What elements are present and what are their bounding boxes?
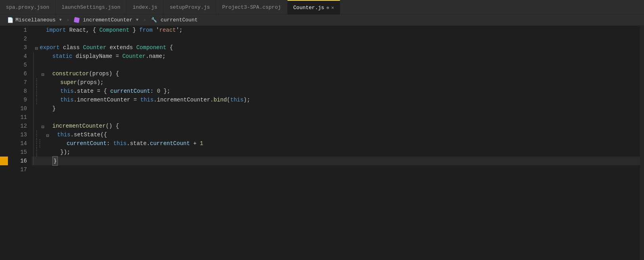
- gutter-arrow: [0, 26, 8, 260]
- line-num-14: 14: [8, 139, 27, 148]
- code-line-5: [32, 61, 640, 69]
- line-num-9: 9: [8, 96, 27, 104]
- gutter-line-2: [0, 34, 8, 43]
- code-line-9: this .incrementCounter = this .increment…: [32, 96, 640, 104]
- line-num-4: 4: [8, 52, 27, 61]
- gutter-line-11: [0, 113, 8, 122]
- collapse-3[interactable]: ⊟: [33, 44, 40, 51]
- gutter-line-1: [0, 26, 8, 34]
- code-line-3: ⊟ export class Counter extends Component…: [32, 43, 640, 52]
- tab-label: setupProxy.js: [170, 4, 210, 10]
- code-line-11: [32, 113, 640, 122]
- line-num-12: 12: [8, 122, 27, 130]
- line-num-3: 3: [8, 43, 27, 52]
- gutter-line-3: [0, 43, 8, 52]
- breadcrumb-bar: 📄 Miscellaneous ▼ › incrementCounter ▼ ›…: [0, 15, 644, 26]
- line-numbers: 1 2 3 4 5 6 7 8 9 10 11 12 13 14 15 16 1…: [8, 26, 32, 260]
- collapse-12[interactable]: ⊟: [40, 123, 46, 129]
- line-num-15: 15: [8, 148, 27, 157]
- tab-label: Project3-SPA.csproj: [222, 4, 281, 10]
- svg-marker-0: [1, 158, 7, 164]
- line-num-7: 7: [8, 78, 27, 87]
- tab-label: spa.proxy.json: [6, 4, 49, 10]
- code-line-12: ⊟ incrementCounter () {: [32, 122, 640, 130]
- line-num-6: 6: [8, 69, 27, 78]
- code-line-1: import React, { Component } from ' react…: [32, 26, 640, 34]
- tab-project3-spa[interactable]: Project3-SPA.csproj: [216, 0, 287, 14]
- scope-label: Miscellaneous: [15, 17, 56, 23]
- tab-setup-proxy[interactable]: setupProxy.js: [164, 0, 216, 14]
- code-line-7: super (props);: [32, 78, 640, 87]
- gutter-line-9: [0, 96, 8, 104]
- line-num-16: 16: [8, 157, 27, 165]
- line-num-11: 11: [8, 113, 27, 122]
- line-num-8: 8: [8, 87, 27, 96]
- code-line-10: }: [32, 104, 640, 113]
- current-line-arrow: [0, 157, 8, 165]
- wrench-icon: 🔧: [151, 17, 157, 23]
- breadcrumb-scope[interactable]: 📄 Miscellaneous ▼: [4, 17, 65, 23]
- collapse-13[interactable]: ⊟: [44, 132, 51, 138]
- gutter-line-4: [0, 52, 8, 61]
- pin-icon: ⊕: [327, 5, 330, 10]
- line-num-13: 13: [8, 130, 27, 139]
- line-num-10: 10: [8, 104, 27, 113]
- method-dropdown-icon[interactable]: ▼: [136, 18, 138, 22]
- gutter-line-13: [0, 130, 8, 139]
- code-line-6: ⊟ constructor (props) {: [32, 69, 640, 78]
- gutter-line-15: [0, 148, 8, 157]
- tab-label: index.js: [132, 4, 157, 10]
- cube-icon: [74, 17, 80, 23]
- code-editor[interactable]: import React, { Component } from ' react…: [32, 26, 640, 260]
- scrollbar[interactable]: [640, 26, 644, 260]
- breadcrumb-method[interactable]: incrementCounter ▼: [71, 17, 142, 23]
- code-line-16: }: [32, 157, 640, 165]
- tab-bar: spa.proxy.json launchSettings.json index…: [0, 0, 644, 15]
- gutter-line-6: [0, 69, 8, 78]
- breadcrumb-separator-1: ›: [66, 17, 69, 23]
- code-line-4: static displayName = Counter .name;: [32, 52, 640, 61]
- line-num-17: 17: [8, 165, 27, 174]
- scope-dropdown-icon[interactable]: ▼: [59, 18, 61, 22]
- gutter-line-8: [0, 87, 8, 96]
- code-line-14: currentCount : this .state. currentCount…: [32, 139, 640, 148]
- tab-label: launchSettings.json: [61, 4, 120, 10]
- file-icon: 📄: [7, 17, 13, 23]
- gutter-line-10: [0, 104, 8, 113]
- tab-index-js[interactable]: index.js: [126, 0, 163, 14]
- gutter-line-14: [0, 139, 8, 148]
- breadcrumb-property[interactable]: 🔧 currentCount: [148, 17, 201, 23]
- tab-launch-settings[interactable]: launchSettings.json: [56, 0, 126, 14]
- gutter-line-7: [0, 78, 8, 87]
- property-label: currentCount: [161, 17, 198, 23]
- line-num-5: 5: [8, 61, 27, 69]
- code-line-17: [32, 165, 640, 174]
- code-line-13: ⊟ this .setState({: [32, 130, 640, 139]
- tab-counter-js[interactable]: Counter.js ⊕ ✕: [288, 0, 341, 14]
- collapse-6[interactable]: ⊟: [40, 71, 46, 77]
- tab-spa-proxy[interactable]: spa.proxy.json: [0, 0, 56, 14]
- code-line-8: this .state = { currentCount : 0 };: [32, 87, 640, 96]
- line-num-1: 1: [8, 26, 27, 34]
- code-line-15: });: [32, 148, 640, 157]
- gutter-line-5: [0, 61, 8, 69]
- tab-label: Counter.js: [293, 5, 324, 11]
- close-tab-button[interactable]: ✕: [331, 5, 334, 11]
- editor-area: 1 2 3 4 5 6 7 8 9 10 11 12 13 14 15 16 1…: [0, 26, 644, 260]
- breadcrumb-separator-2: ›: [143, 17, 146, 23]
- gutter-line-17: [0, 165, 8, 174]
- line-num-2: 2: [8, 34, 27, 43]
- code-line-2: [32, 34, 640, 43]
- gutter-line-12: [0, 122, 8, 130]
- method-label: incrementCounter: [83, 17, 132, 23]
